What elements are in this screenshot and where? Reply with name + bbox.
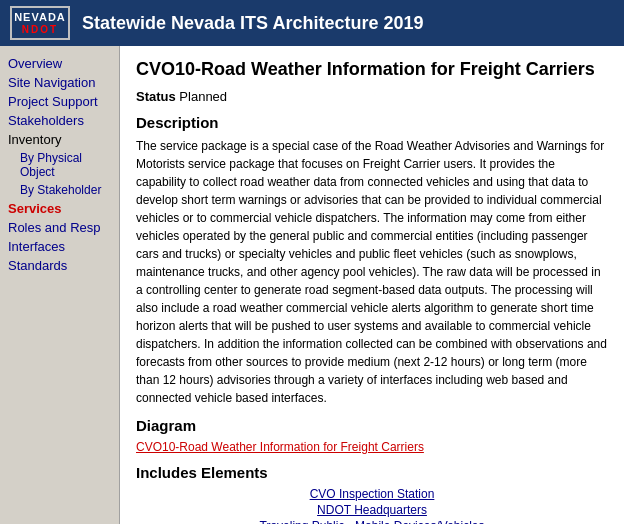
logo-ndot-text: NDOT bbox=[22, 24, 58, 35]
sidebar-item-site-navigation[interactable]: Site Navigation bbox=[4, 73, 115, 92]
logo: NEVADA NDOT bbox=[10, 6, 70, 40]
sidebar-item-services[interactable]: Services bbox=[4, 199, 115, 218]
site-title: Statewide Nevada ITS Architecture 2019 bbox=[82, 13, 423, 34]
logo-nevada-text: NEVADA bbox=[14, 11, 66, 23]
status-label: Status bbox=[136, 89, 176, 104]
sidebar-item-by-physical-object[interactable]: By Physical Object bbox=[4, 149, 115, 181]
diagram-link[interactable]: CVO10-Road Weather Information for Freig… bbox=[136, 440, 608, 454]
description-text: The service package is a special case of… bbox=[136, 137, 608, 407]
description-heading: Description bbox=[136, 114, 608, 131]
element-link-2[interactable]: Traveling Public - Mobile Devices/Vehicl… bbox=[136, 519, 608, 524]
site-header: NEVADA NDOT Statewide Nevada ITS Archite… bbox=[0, 0, 624, 46]
element-link-1[interactable]: NDOT Headquarters bbox=[136, 503, 608, 517]
sidebar-item-stakeholders[interactable]: Stakeholders bbox=[4, 111, 115, 130]
diagram-heading: Diagram bbox=[136, 417, 608, 434]
sidebar-item-roles[interactable]: Roles and Resp bbox=[4, 218, 115, 237]
sidebar-item-overview[interactable]: Overview bbox=[4, 54, 115, 73]
status-row: Status Planned bbox=[136, 89, 608, 104]
page-title: CVO10-Road Weather Information for Freig… bbox=[136, 58, 608, 81]
sidebar-item-by-stakeholder[interactable]: By Stakeholder bbox=[4, 181, 115, 199]
elements-heading: Includes Elements bbox=[136, 464, 608, 481]
elements-list: CVO Inspection Station NDOT Headquarters… bbox=[136, 487, 608, 524]
sidebar-item-project-support[interactable]: Project Support bbox=[4, 92, 115, 111]
sidebar: Overview Site Navigation Project Support… bbox=[0, 46, 120, 524]
status-value-text: Planned bbox=[179, 89, 227, 104]
sidebar-item-standards[interactable]: Standards bbox=[4, 256, 115, 275]
main-content: CVO10-Road Weather Information for Freig… bbox=[120, 46, 624, 524]
main-layout: Overview Site Navigation Project Support… bbox=[0, 46, 624, 524]
sidebar-item-inventory: Inventory bbox=[4, 130, 115, 149]
sidebar-item-interfaces[interactable]: Interfaces bbox=[4, 237, 115, 256]
element-link-0[interactable]: CVO Inspection Station bbox=[136, 487, 608, 501]
